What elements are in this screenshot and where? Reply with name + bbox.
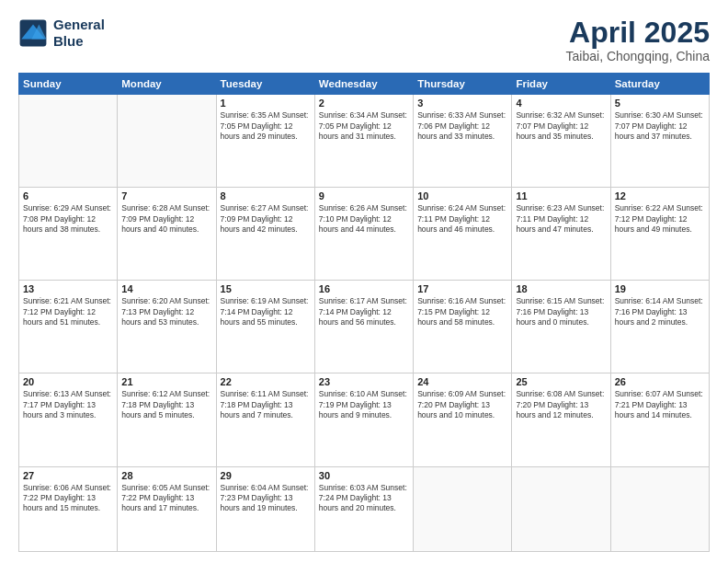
weekday-header: Friday	[512, 74, 610, 95]
calendar-cell: 25Sunrise: 6:08 AM Sunset: 7:20 PM Dayli…	[512, 373, 610, 466]
calendar-cell: 23Sunrise: 6:10 AM Sunset: 7:19 PM Dayli…	[314, 373, 413, 466]
day-number: 15	[221, 283, 311, 294]
cell-content: Sunrise: 6:09 AM Sunset: 7:20 PM Dayligh…	[417, 389, 507, 420]
day-number: 2	[319, 98, 409, 109]
cell-content: Sunrise: 6:20 AM Sunset: 7:13 PM Dayligh…	[121, 296, 211, 327]
calendar-cell	[512, 466, 610, 552]
logo-icon	[18, 18, 48, 48]
day-number: 23	[319, 376, 409, 387]
calendar-cell	[118, 95, 216, 188]
calendar-cell: 18Sunrise: 6:15 AM Sunset: 7:16 PM Dayli…	[512, 281, 610, 373]
weekday-header: Wednesday	[314, 74, 413, 95]
cell-content: Sunrise: 6:30 AM Sunset: 7:07 PM Dayligh…	[615, 110, 705, 142]
weekday-header: Sunday	[19, 74, 118, 95]
day-number: 4	[516, 98, 606, 109]
cell-content: Sunrise: 6:17 AM Sunset: 7:14 PM Dayligh…	[319, 296, 409, 327]
calendar-cell: 6Sunrise: 6:29 AM Sunset: 7:08 PM Daylig…	[19, 188, 118, 281]
calendar-cell: 13Sunrise: 6:21 AM Sunset: 7:12 PM Dayli…	[19, 281, 118, 373]
cell-content: Sunrise: 6:12 AM Sunset: 7:18 PM Dayligh…	[121, 389, 211, 420]
calendar-cell: 4Sunrise: 6:32 AM Sunset: 7:07 PM Daylig…	[512, 95, 610, 188]
day-number: 22	[221, 376, 311, 387]
calendar-cell: 8Sunrise: 6:27 AM Sunset: 7:09 PM Daylig…	[216, 188, 314, 281]
day-number: 24	[417, 376, 507, 387]
calendar-cell: 10Sunrise: 6:24 AM Sunset: 7:11 PM Dayli…	[414, 188, 512, 281]
main-title: April 2025	[566, 17, 710, 49]
calendar-week-row: 1Sunrise: 6:35 AM Sunset: 7:05 PM Daylig…	[19, 95, 710, 188]
calendar-cell: 2Sunrise: 6:34 AM Sunset: 7:05 PM Daylig…	[314, 95, 413, 188]
logo-line1: General	[53, 17, 105, 32]
calendar-cell: 19Sunrise: 6:14 AM Sunset: 7:16 PM Dayli…	[610, 281, 709, 373]
calendar-cell	[414, 466, 512, 552]
day-number: 17	[417, 283, 507, 294]
calendar-week-row: 20Sunrise: 6:13 AM Sunset: 7:17 PM Dayli…	[19, 373, 710, 466]
cell-content: Sunrise: 6:34 AM Sunset: 7:05 PM Dayligh…	[319, 110, 409, 142]
cell-content: Sunrise: 6:04 AM Sunset: 7:23 PM Dayligh…	[221, 483, 311, 514]
cell-content: Sunrise: 6:15 AM Sunset: 7:16 PM Dayligh…	[516, 296, 606, 327]
cell-content: Sunrise: 6:07 AM Sunset: 7:21 PM Dayligh…	[615, 389, 705, 420]
page: General Blue April 2025 Taibai, Chongqin…	[0, 0, 728, 563]
calendar-cell: 26Sunrise: 6:07 AM Sunset: 7:21 PM Dayli…	[610, 373, 709, 466]
calendar-cell: 28Sunrise: 6:05 AM Sunset: 7:22 PM Dayli…	[118, 466, 216, 552]
header: General Blue April 2025 Taibai, Chongqin…	[18, 17, 710, 63]
title-block: April 2025 Taibai, Chongqing, China	[566, 17, 710, 63]
cell-content: Sunrise: 6:05 AM Sunset: 7:22 PM Dayligh…	[121, 483, 211, 514]
cell-content: Sunrise: 6:35 AM Sunset: 7:05 PM Dayligh…	[221, 110, 311, 142]
weekday-header: Saturday	[610, 74, 709, 95]
calendar-cell: 12Sunrise: 6:22 AM Sunset: 7:12 PM Dayli…	[610, 188, 709, 281]
calendar-header-row: SundayMondayTuesdayWednesdayThursdayFrid…	[19, 74, 710, 95]
logo: General Blue	[18, 17, 105, 50]
day-number: 19	[615, 283, 705, 294]
calendar-cell: 20Sunrise: 6:13 AM Sunset: 7:17 PM Dayli…	[19, 373, 118, 466]
day-number: 21	[121, 376, 211, 387]
calendar-cell: 24Sunrise: 6:09 AM Sunset: 7:20 PM Dayli…	[414, 373, 512, 466]
calendar-table: SundayMondayTuesdayWednesdayThursdayFrid…	[18, 73, 710, 552]
calendar-cell: 16Sunrise: 6:17 AM Sunset: 7:14 PM Dayli…	[314, 281, 413, 373]
weekday-header: Thursday	[414, 74, 512, 95]
day-number: 10	[417, 190, 507, 201]
cell-content: Sunrise: 6:26 AM Sunset: 7:10 PM Dayligh…	[319, 203, 409, 235]
calendar-cell: 1Sunrise: 6:35 AM Sunset: 7:05 PM Daylig…	[216, 95, 314, 188]
cell-content: Sunrise: 6:06 AM Sunset: 7:22 PM Dayligh…	[23, 483, 113, 514]
cell-content: Sunrise: 6:32 AM Sunset: 7:07 PM Dayligh…	[516, 110, 606, 142]
calendar-week-row: 6Sunrise: 6:29 AM Sunset: 7:08 PM Daylig…	[19, 188, 710, 281]
day-number: 1	[221, 98, 311, 109]
calendar-cell: 29Sunrise: 6:04 AM Sunset: 7:23 PM Dayli…	[216, 466, 314, 552]
cell-content: Sunrise: 6:11 AM Sunset: 7:18 PM Dayligh…	[221, 389, 311, 420]
day-number: 16	[319, 283, 409, 294]
calendar-cell: 9Sunrise: 6:26 AM Sunset: 7:10 PM Daylig…	[314, 188, 413, 281]
calendar-cell: 30Sunrise: 6:03 AM Sunset: 7:24 PM Dayli…	[314, 466, 413, 552]
day-number: 28	[121, 470, 211, 481]
calendar-cell: 5Sunrise: 6:30 AM Sunset: 7:07 PM Daylig…	[610, 95, 709, 188]
day-number: 14	[121, 283, 211, 294]
weekday-header: Monday	[118, 74, 216, 95]
cell-content: Sunrise: 6:03 AM Sunset: 7:24 PM Dayligh…	[319, 483, 409, 514]
calendar-cell	[19, 95, 118, 188]
calendar-cell	[610, 466, 709, 552]
calendar-week-row: 27Sunrise: 6:06 AM Sunset: 7:22 PM Dayli…	[19, 466, 710, 552]
day-number: 13	[23, 283, 113, 294]
day-number: 18	[516, 283, 606, 294]
subtitle: Taibai, Chongqing, China	[566, 49, 710, 63]
day-number: 6	[23, 190, 113, 201]
day-number: 27	[23, 470, 113, 481]
day-number: 9	[319, 190, 409, 201]
cell-content: Sunrise: 6:28 AM Sunset: 7:09 PM Dayligh…	[121, 203, 211, 235]
calendar-week-row: 13Sunrise: 6:21 AM Sunset: 7:12 PM Dayli…	[19, 281, 710, 373]
calendar-cell: 27Sunrise: 6:06 AM Sunset: 7:22 PM Dayli…	[19, 466, 118, 552]
cell-content: Sunrise: 6:13 AM Sunset: 7:17 PM Dayligh…	[23, 389, 113, 420]
calendar-cell: 22Sunrise: 6:11 AM Sunset: 7:18 PM Dayli…	[216, 373, 314, 466]
calendar-cell: 17Sunrise: 6:16 AM Sunset: 7:15 PM Dayli…	[414, 281, 512, 373]
day-number: 25	[516, 376, 606, 387]
logo-text: General Blue	[53, 17, 105, 50]
cell-content: Sunrise: 6:24 AM Sunset: 7:11 PM Dayligh…	[417, 203, 507, 235]
day-number: 26	[615, 376, 705, 387]
day-number: 12	[615, 190, 705, 201]
calendar-cell: 3Sunrise: 6:33 AM Sunset: 7:06 PM Daylig…	[414, 95, 512, 188]
day-number: 7	[121, 190, 211, 201]
cell-content: Sunrise: 6:21 AM Sunset: 7:12 PM Dayligh…	[23, 296, 113, 327]
calendar-cell: 7Sunrise: 6:28 AM Sunset: 7:09 PM Daylig…	[118, 188, 216, 281]
cell-content: Sunrise: 6:08 AM Sunset: 7:20 PM Dayligh…	[516, 389, 606, 420]
cell-content: Sunrise: 6:33 AM Sunset: 7:06 PM Dayligh…	[417, 110, 507, 142]
day-number: 8	[221, 190, 311, 201]
cell-content: Sunrise: 6:19 AM Sunset: 7:14 PM Dayligh…	[221, 296, 311, 327]
